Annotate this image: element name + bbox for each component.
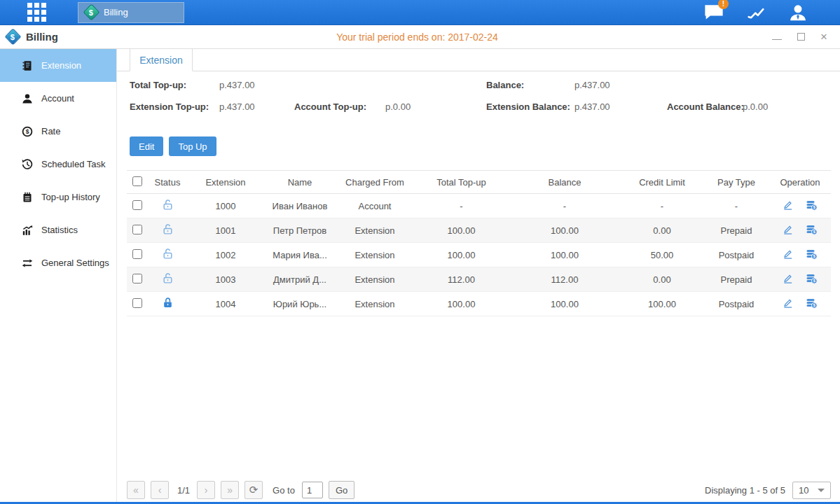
lock-open-icon[interactable]	[162, 223, 174, 235]
top-up-button[interactable]: Top Up	[169, 136, 216, 156]
cell-credit-limit: 50.00	[621, 243, 703, 267]
cell-name: Иван Иванов	[264, 194, 336, 218]
person-icon	[22, 93, 33, 104]
go-button[interactable]: Go	[329, 481, 354, 499]
cell-name: Петр Петров	[264, 218, 336, 243]
main-panel: Extension Total Top-up: p.437.00 Balance…	[117, 49, 840, 502]
edit-icon[interactable]	[783, 273, 793, 284]
goto-page-input[interactable]	[302, 482, 323, 498]
row-checkbox[interactable]	[132, 225, 142, 234]
first-page-button[interactable]: «	[127, 481, 145, 499]
cell-balance: -	[509, 194, 621, 218]
account-topup-label: Account Top-up:	[294, 102, 366, 112]
edit-icon[interactable]	[783, 200, 793, 210]
table-row: 1001 Петр Петров Extension 100.00 100.00…	[127, 218, 831, 243]
lock-open-icon[interactable]	[162, 248, 174, 260]
tab-strip: Extension	[117, 49, 840, 71]
page-size-value: 10	[799, 485, 808, 496]
extension-balance-label: Extension Balance:	[486, 102, 570, 112]
taskbar-item-billing[interactable]: $ Billing	[78, 2, 184, 23]
sidebar-item-account[interactable]: Account	[0, 82, 116, 115]
sidebar-item-label: Account	[41, 93, 74, 104]
topup-icon[interactable]: $	[806, 248, 818, 260]
billing-app-icon: $	[83, 4, 99, 20]
cell-extension: 1001	[187, 218, 264, 243]
statistics-chart-icon[interactable]	[745, 4, 766, 22]
cell-credit-limit: 0.00	[621, 267, 703, 292]
sidebar-item-label: Scheduled Task	[41, 159, 106, 169]
col-name: Name	[264, 171, 336, 194]
topup-icon[interactable]: $	[806, 200, 818, 211]
lock-open-icon[interactable]	[162, 272, 174, 284]
cell-pay-type: Postpaid	[703, 292, 769, 316]
refresh-icon[interactable]: ⟳	[245, 481, 263, 499]
edit-icon[interactable]	[783, 248, 793, 259]
edit-icon[interactable]	[783, 298, 793, 308]
history-clock-icon	[22, 159, 33, 170]
sidebar-item-rate[interactable]: $ Rate	[0, 115, 116, 148]
tab-extension[interactable]: Extension	[130, 49, 193, 71]
next-page-button[interactable]: ›	[197, 481, 215, 499]
cell-credit-limit: -	[621, 194, 703, 218]
extension-topup-label: Extension Top-up:	[130, 102, 209, 112]
row-checkbox[interactable]	[132, 249, 142, 259]
cell-extension: 1000	[187, 194, 264, 218]
select-all-checkbox[interactable]	[132, 176, 142, 186]
chevron-down-icon	[818, 489, 825, 492]
close-button[interactable]: ×	[820, 32, 827, 42]
extension-balance-value: p.437.00	[574, 102, 610, 112]
app-launcher-icon[interactable]	[25, 1, 48, 24]
svg-text:$: $	[813, 230, 815, 234]
svg-text:$: $	[26, 128, 29, 135]
user-account-icon[interactable]	[787, 4, 808, 22]
sidebar-item-general-settings[interactable]: General Settings	[0, 246, 116, 279]
taskbar: $ Billing !	[0, 0, 840, 25]
ledger-icon	[22, 60, 33, 71]
page-size-select[interactable]: 10	[792, 482, 831, 499]
col-extension: Extension	[187, 171, 264, 194]
account-topup-value: p.0.00	[385, 102, 411, 112]
cell-pay-type: -	[703, 194, 769, 218]
edit-button[interactable]: Edit	[130, 136, 163, 156]
svg-text:$: $	[813, 279, 815, 283]
maximize-button[interactable]	[797, 33, 805, 41]
cell-charged-from: Extension	[336, 218, 414, 243]
chart-growth-icon	[22, 225, 33, 236]
billing-window-icon: $	[4, 28, 21, 45]
minimize-button[interactable]	[772, 34, 782, 40]
topup-icon[interactable]: $	[806, 298, 818, 309]
sidebar-item-statistics[interactable]: Statistics	[0, 214, 116, 246]
table-row: 1003 Дмитрий Д... Extension 112.00 112.0…	[127, 267, 831, 292]
col-charged-from: Charged From	[336, 171, 414, 194]
sidebar-item-label: Extension	[41, 60, 81, 71]
topup-icon[interactable]: $	[806, 273, 818, 284]
extension-topup-value: p.437.00	[219, 102, 255, 112]
cell-charged-from: Extension	[336, 267, 414, 292]
row-checkbox[interactable]	[132, 274, 142, 284]
cell-charged-from: Extension	[336, 243, 414, 267]
col-status: Status	[148, 171, 187, 194]
sliders-icon	[22, 258, 33, 269]
svg-text:$: $	[813, 254, 815, 258]
svg-text:$: $	[813, 303, 815, 307]
col-total-topup: Total Top-up	[414, 171, 509, 194]
cell-extension: 1004	[187, 292, 264, 316]
edit-icon[interactable]	[783, 224, 793, 234]
row-checkbox[interactable]	[132, 298, 142, 308]
lock-open-icon[interactable]	[162, 199, 174, 211]
sidebar-item-scheduled-task[interactable]: Scheduled Task	[0, 148, 116, 181]
total-topup-value: p.437.00	[219, 80, 255, 90]
sidebar-item-topup-history[interactable]: Top-up History	[0, 181, 116, 214]
account-balance-label: Account Balance:	[667, 102, 744, 112]
row-checkbox[interactable]	[132, 200, 142, 210]
balance-value: p.437.00	[574, 80, 610, 90]
last-page-button[interactable]: »	[221, 481, 239, 499]
sidebar-item-extension[interactable]: Extension	[0, 49, 116, 82]
topup-icon[interactable]: $	[806, 224, 818, 235]
lock-closed-icon[interactable]	[162, 297, 174, 309]
cell-total-topup: -	[414, 194, 509, 218]
messages-icon[interactable]: !	[703, 4, 724, 22]
prev-page-button[interactable]: ‹	[151, 481, 169, 499]
balance-label: Balance:	[486, 80, 524, 90]
col-balance: Balance	[509, 171, 621, 194]
